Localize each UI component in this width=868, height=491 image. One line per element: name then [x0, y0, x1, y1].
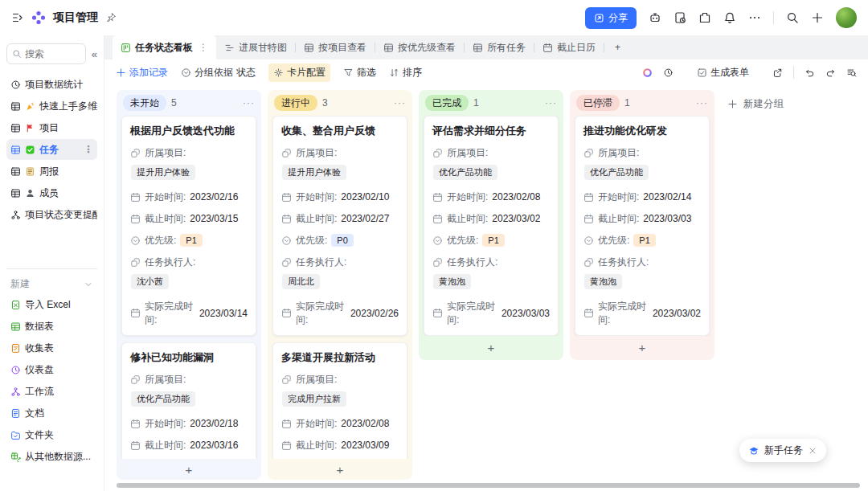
- automation-button[interactable]: [649, 11, 661, 24]
- workflow-purple-icon: [10, 387, 21, 397]
- share-view-button[interactable]: [772, 68, 783, 78]
- sidebar-item-2[interactable]: 项目: [6, 117, 97, 138]
- field-label: 优先级:: [598, 234, 629, 248]
- generate-form-button[interactable]: 生成表单: [697, 66, 749, 80]
- sidebar-item-1[interactable]: 快速上手多维...: [6, 96, 97, 117]
- tab-label: 截止日历: [557, 41, 596, 55]
- sidebar-new-item-6[interactable]: 文件夹: [6, 424, 97, 445]
- pin-icon[interactable]: [105, 12, 117, 23]
- sidebar-collapse-button[interactable]: «: [92, 48, 97, 60]
- tab-1[interactable]: 进展甘特图: [216, 35, 295, 59]
- sidebar-item-label: 任务: [39, 143, 59, 157]
- sort-label: 排序: [403, 66, 422, 80]
- kanban-column-1: 进行中3···收集、整合用户反馈所属项目:提升用户体验开始时间:2023/02/…: [268, 90, 412, 480]
- priority-chip: P1: [633, 234, 655, 247]
- add-record-button[interactable]: 添加记录: [116, 66, 168, 80]
- column-more-button[interactable]: ···: [243, 97, 255, 108]
- record-history-button[interactable]: [663, 68, 674, 78]
- column-more-button[interactable]: ···: [696, 97, 708, 108]
- more-button[interactable]: [748, 11, 761, 24]
- sidebar-item-4[interactable]: 周报: [6, 161, 97, 182]
- sidebar-new-item-label: 文件夹: [25, 428, 54, 442]
- task-card[interactable]: 多渠道开展拉新活动所属项目:完成用户拉新开始时间:2023/02/08截止时间:…: [272, 342, 407, 459]
- sidebar-new-item-3[interactable]: 仪表盘: [6, 359, 97, 380]
- search-button[interactable]: [786, 11, 799, 24]
- task-card[interactable]: 根据用户反馈迭代功能所属项目:提升用户体验开始时间:2023/02/16截止时间…: [121, 116, 256, 336]
- field-row: 实际完成时间:2023/02/26: [281, 300, 399, 327]
- task-card[interactable]: 推进功能优化研发所属项目:优化产品功能开始时间:2023/02/14截止时间:2…: [575, 116, 710, 336]
- field-row: 截止时间:2023/03/16: [130, 439, 248, 452]
- relation-icon: [130, 257, 141, 268]
- column-more-button[interactable]: ···: [394, 97, 406, 108]
- add-card-button[interactable]: +: [268, 459, 412, 480]
- field-label: 截止时间:: [296, 212, 337, 226]
- more-icon[interactable]: ⋮: [84, 144, 93, 155]
- ai-button[interactable]: [642, 68, 653, 78]
- option-tag: 提升用户体验: [282, 165, 346, 180]
- history-button[interactable]: [674, 11, 686, 24]
- group-by-value: 状态: [236, 66, 256, 80]
- add-card-button[interactable]: +: [117, 459, 261, 480]
- task-card-title: 评估需求并细分任务: [432, 125, 550, 138]
- notification-button[interactable]: [723, 11, 736, 24]
- share-button[interactable]: 分享: [585, 7, 637, 29]
- card-config-button[interactable]: 卡片配置: [268, 63, 330, 82]
- app-logo-icon: [31, 10, 46, 25]
- kanban-column-3: 已停滞1···推进功能优化研发所属项目:优化产品功能开始时间:2023/02/1…: [570, 90, 714, 360]
- column-more-button[interactable]: ···: [545, 97, 557, 108]
- calendar-icon: [583, 192, 594, 203]
- field-label: 所属项目:: [447, 146, 488, 160]
- new-button[interactable]: [811, 11, 824, 24]
- sidebar-item-5[interactable]: 成员: [6, 182, 97, 203]
- add-card-button[interactable]: +: [570, 336, 714, 360]
- new-group-button[interactable]: 新建分组: [721, 90, 790, 118]
- sidebar-new-item-1[interactable]: 数据表: [6, 316, 97, 337]
- sidebar-collapse-icon[interactable]: [11, 11, 24, 24]
- sidebar-new-item-4[interactable]: 工作流: [6, 381, 97, 402]
- group-by-button[interactable]: 分组依据 状态: [181, 66, 256, 80]
- field-row: 优先级:P1: [432, 234, 550, 248]
- field-value: 2023/02/18: [190, 418, 238, 429]
- task-card[interactable]: 收集、整合用户反馈所属项目:提升用户体验开始时间:2023/02/10截止时间:…: [272, 116, 407, 336]
- undo-button[interactable]: [805, 68, 815, 78]
- redo-button[interactable]: [825, 68, 836, 78]
- tab-3[interactable]: 按优先级查看: [375, 35, 464, 59]
- field-row: 截止时间:2023/03/02: [432, 212, 550, 226]
- field-value: 2023/03/03: [502, 308, 550, 319]
- tab-label: 按优先级查看: [398, 41, 456, 55]
- avatar[interactable]: [836, 7, 857, 28]
- search-box[interactable]: [6, 43, 86, 64]
- sidebar-item-6[interactable]: 项目状态变更提醒: [6, 204, 97, 225]
- sidebar-item-3[interactable]: 任务⋮: [6, 139, 97, 160]
- new-section-header[interactable]: 新建: [6, 268, 97, 294]
- sidebar-new-item-0[interactable]: 导入 Excel: [6, 294, 97, 315]
- tab-more-icon[interactable]: ⋮: [199, 42, 208, 53]
- field-label: 所属项目:: [145, 373, 186, 387]
- sidebar-new-item-7[interactable]: 从其他数据源...: [6, 446, 97, 467]
- add-card-button[interactable]: +: [419, 336, 563, 360]
- beginner-task-pill[interactable]: 新手任务: [739, 439, 826, 462]
- task-card[interactable]: 评估需求并细分任务所属项目:优化产品功能开始时间:2023/02/08截止时间:…: [424, 116, 559, 336]
- sidebar-new-item-2[interactable]: 收集表: [6, 338, 97, 358]
- task-card[interactable]: 修补已知功能漏洞所属项目:优化产品功能开始时间:2023/02/18截止时间:2…: [121, 342, 256, 459]
- search-input[interactable]: [25, 48, 80, 59]
- sort-button[interactable]: 排序: [389, 66, 422, 80]
- widget-button[interactable]: [698, 11, 711, 24]
- tab-4[interactable]: 所有任务: [465, 35, 534, 59]
- field-row: 截止时间:2023/03/03: [583, 212, 701, 226]
- column-count: 1: [473, 97, 479, 108]
- top-bar-actions: 分享: [585, 7, 857, 29]
- add-view-button[interactable]: +: [604, 42, 631, 53]
- sidebar-item-0[interactable]: 项目数据统计: [6, 74, 97, 95]
- relation-icon: [432, 257, 443, 268]
- tab-2[interactable]: 按项目查看: [296, 35, 375, 59]
- field-row: 开始时间:2023/02/14: [583, 190, 701, 204]
- horizontal-scrollbar[interactable]: [117, 483, 860, 488]
- field-label: 任务执行人:: [145, 256, 195, 269]
- find-in-view-button[interactable]: [846, 68, 857, 78]
- filter-button[interactable]: 筛选: [343, 66, 376, 80]
- sidebar-new-item-5[interactable]: 文档: [6, 403, 97, 423]
- close-icon[interactable]: [808, 446, 817, 456]
- tab-0[interactable]: 任务状态看板⋮: [113, 35, 216, 59]
- tab-5[interactable]: 截止日历: [534, 35, 604, 59]
